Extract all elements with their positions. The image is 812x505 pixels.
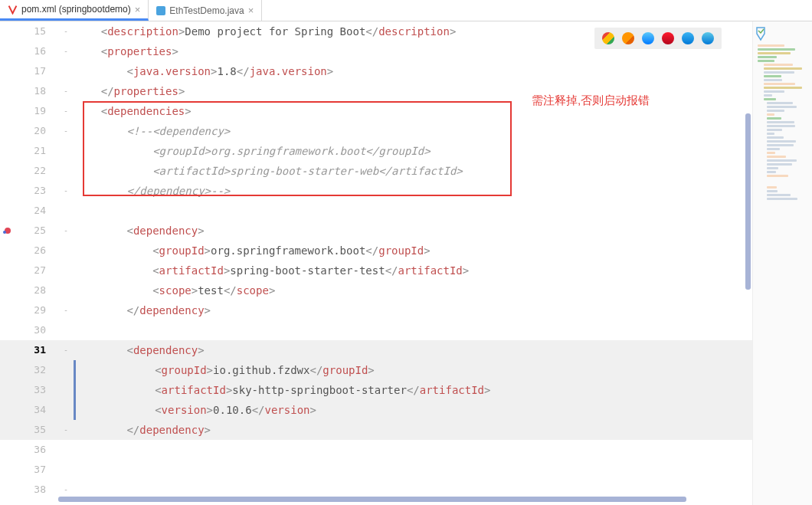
fold-toggle[interactable]: - <box>58 81 74 101</box>
code-content[interactable]: <artifactId>spring-boot-starter-test</ar… <box>74 261 812 280</box>
fold-toggle[interactable]: - <box>58 181 74 201</box>
code-content[interactable]: <dependency> <box>74 221 812 241</box>
tab-label: EthTestDemo.java <box>169 5 244 16</box>
fold-toggle[interactable]: - <box>58 221 74 241</box>
tab-label: pom.xml (springbootdemo) <box>21 4 131 15</box>
line-number[interactable]: 31 <box>15 340 58 360</box>
editor-tabs: pom.xml (springbootdemo) × EthTestDemo.j… <box>0 0 812 21</box>
tab-ethtest[interactable]: EthTestDemo.java × <box>149 0 262 21</box>
code-content[interactable]: <scope>test</scope> <box>74 280 812 300</box>
line-number[interactable]: 16 <box>15 41 58 61</box>
line-number[interactable]: 27 <box>15 261 58 280</box>
line-number[interactable]: 17 <box>15 61 58 81</box>
code-line-36[interactable]: 36 <box>0 440 812 460</box>
breakpoint-icon[interactable] <box>3 226 12 235</box>
maven-icon <box>8 5 18 15</box>
fold-toggle[interactable]: - <box>58 41 74 61</box>
code-content[interactable]: <version>0.10.6</version> <box>74 400 812 420</box>
code-line-17[interactable]: 17 <java.version>1.8</java.version> <box>0 61 812 81</box>
line-number[interactable]: 15 <box>15 21 58 41</box>
code-content[interactable]: <dependency> <box>74 340 812 360</box>
code-content[interactable]: <artifactId>sky-http-springboot-starter<… <box>74 380 812 400</box>
code-line-25[interactable]: 25- <dependency> <box>0 221 812 241</box>
code-line-37[interactable]: 37 <box>0 460 812 480</box>
code-content[interactable]: <java.version>1.8</java.version> <box>74 61 812 81</box>
browser-toolbar <box>594 28 722 49</box>
tab-pom-xml[interactable]: pom.xml (springbootdemo) × <box>0 0 149 21</box>
line-number[interactable]: 21 <box>15 141 58 161</box>
line-number[interactable]: 26 <box>15 241 58 261</box>
code-line-24[interactable]: 24 <box>0 201 812 221</box>
line-number[interactable]: 20 <box>15 121 58 141</box>
code-line-28[interactable]: 28 <scope>test</scope> <box>0 280 812 300</box>
fold-toggle[interactable]: - <box>58 21 74 41</box>
annotation-rectangle <box>83 101 512 196</box>
code-line-30[interactable]: 30 <box>0 320 812 340</box>
line-number[interactable]: 30 <box>15 320 58 340</box>
inspections-icon[interactable] <box>755 26 766 41</box>
code-content[interactable]: </dependency> <box>74 300 812 320</box>
line-number[interactable]: 19 <box>15 101 58 121</box>
annotation-label: 需注释掉,否则启动报错 <box>532 93 650 108</box>
fold-toggle[interactable]: - <box>58 300 74 320</box>
fold-toggle[interactable]: - <box>58 420 74 440</box>
horizontal-scrollbar[interactable] <box>58 497 686 502</box>
code-line-18[interactable]: 18- </properties> <box>0 81 812 101</box>
code-line-33[interactable]: 33 <artifactId>sky-http-springboot-start… <box>0 380 812 400</box>
line-number[interactable]: 23 <box>15 181 58 201</box>
fold-toggle[interactable]: - <box>58 340 74 360</box>
code-content[interactable]: <groupId>org.springframework.boot</group… <box>74 241 812 261</box>
line-number[interactable]: 28 <box>15 280 58 300</box>
line-number[interactable]: 38 <box>15 480 58 500</box>
vertical-scrollbar[interactable] <box>745 113 751 290</box>
line-number[interactable]: 35 <box>15 420 58 440</box>
code-content[interactable]: </properties> <box>74 81 812 101</box>
code-area[interactable]: 15- <description>Demo project for Spring… <box>0 21 812 505</box>
code-line-31[interactable]: 31- <dependency> <box>0 340 812 360</box>
line-number[interactable]: 36 <box>15 440 58 460</box>
ie-browser-icon[interactable] <box>682 32 694 44</box>
close-icon[interactable]: × <box>248 5 254 16</box>
code-line-34[interactable]: 34 <version>0.10.6</version> <box>0 400 812 420</box>
line-number[interactable]: 24 <box>15 201 58 221</box>
line-number[interactable]: 32 <box>15 360 58 380</box>
code-minimap[interactable] <box>752 21 812 505</box>
editor: 15- <description>Demo project for Spring… <box>0 21 812 505</box>
close-icon[interactable]: × <box>135 4 141 15</box>
code-line-29[interactable]: 29- </dependency> <box>0 300 812 320</box>
fold-toggle[interactable]: - <box>58 121 74 141</box>
code-line-32[interactable]: 32 <groupId>io.github.fzdwx</groupId> <box>0 360 812 380</box>
line-number[interactable]: 37 <box>15 460 58 480</box>
opera-browser-icon[interactable] <box>662 32 674 44</box>
code-line-26[interactable]: 26 <groupId>org.springframework.boot</gr… <box>0 241 812 261</box>
code-line-35[interactable]: 35- </dependency> <box>0 420 812 440</box>
fold-toggle[interactable]: - <box>58 101 74 121</box>
line-number[interactable]: 22 <box>15 161 58 181</box>
line-number[interactable]: 29 <box>15 300 58 320</box>
chrome-browser-icon[interactable] <box>602 32 614 44</box>
edge-browser-icon[interactable] <box>702 32 714 44</box>
firefox-browser-icon[interactable] <box>622 32 634 44</box>
line-number[interactable]: 25 <box>15 221 58 241</box>
line-number[interactable]: 33 <box>15 380 58 400</box>
java-class-icon <box>156 6 165 15</box>
line-number[interactable]: 34 <box>15 400 58 420</box>
code-content[interactable]: </dependency> <box>74 420 812 440</box>
code-line-27[interactable]: 27 <artifactId>spring-boot-starter-test<… <box>0 261 812 280</box>
code-content[interactable]: <groupId>io.github.fzdwx</groupId> <box>74 360 812 380</box>
line-number[interactable]: 18 <box>15 81 58 101</box>
safari-browser-icon[interactable] <box>642 32 654 44</box>
